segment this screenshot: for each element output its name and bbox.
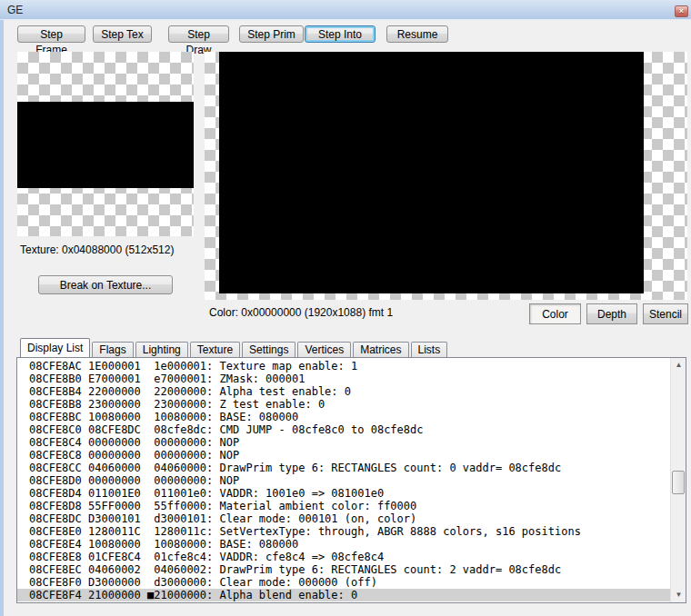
list-row[interactable]: 08CFE8D0 00000000 00000000: NOP — [17, 474, 670, 487]
list-row[interactable]: 08CFE8BC 10080000 10080000: BASE: 080000 — [17, 411, 670, 423]
color-view-button[interactable]: Color — [529, 303, 581, 324]
list-row[interactable]: 08CFE8C4 00000000 00000000: NOP — [17, 436, 670, 449]
list-row[interactable]: 08CFE8D8 55FF0000 55ff0000: Material amb… — [17, 500, 670, 512]
texture-image — [17, 102, 194, 188]
tab-display-list[interactable]: Display List — [20, 338, 90, 357]
framebuffer-image — [219, 52, 644, 293]
step-frame-button[interactable]: Step Frame — [17, 25, 85, 43]
list-row[interactable]: 08CFE8AC 1E000001 1e000001: Texture map … — [17, 360, 670, 373]
framebuffer-info-label: Color: 0x00000000 (1920x1088) fmt 1 — [209, 306, 393, 319]
close-button[interactable]: × — [675, 5, 688, 17]
framebuffer-preview[interactable] — [205, 52, 687, 300]
list-row[interactable]: 08CFE8CC 04060000 04060000: DrawPrim typ… — [17, 462, 670, 474]
list-row[interactable]: 08CFE8F4 21000000 ■21000000: Alpha blend… — [17, 589, 670, 601]
tab-lighting[interactable]: Lighting — [135, 342, 188, 357]
scroll-up-icon[interactable]: ▲ — [671, 358, 686, 373]
display-list-rows: 08CFE8AC 1E000001 1e000001: Texture map … — [17, 360, 670, 601]
tab-flags[interactable]: Flags — [92, 342, 133, 357]
step-into-button[interactable]: Step Into — [305, 25, 376, 43]
ge-debugger-window: GE × Step Frame Step Tex Step Draw Step … — [0, 0, 691, 616]
list-row[interactable]: 08CFE8F0 D3000000 d3000000: Clear mode: … — [17, 576, 670, 589]
vertical-scrollbar[interactable]: ▲ ▼ — [670, 358, 686, 602]
tab-strip: Display List Flags Lighting Texture Sett… — [20, 338, 449, 357]
display-list-box: 08CFE8AC 1E000001 1e000001: Texture map … — [16, 357, 686, 603]
list-row[interactable]: 08CFE8DC D3000101 d3000101: Clear mode: … — [17, 512, 670, 525]
tab-vertices[interactable]: Vertices — [297, 342, 351, 357]
list-row[interactable]: 08CFE8E4 10080000 10080000: BASE: 080000 — [17, 538, 670, 551]
list-row[interactable]: 08CFE8B4 22000000 22000000: Alpha test e… — [17, 385, 670, 398]
texture-info-label: Texture: 0x04088000 (512x512) — [20, 243, 174, 256]
titlebar: GE × — [0, 0, 691, 20]
tab-settings[interactable]: Settings — [242, 342, 295, 357]
step-tex-button[interactable]: Step Tex — [93, 25, 152, 43]
step-prim-button[interactable]: Step Prim — [239, 25, 304, 43]
break-on-texture-button[interactable]: Break on Texture... — [38, 275, 173, 294]
step-draw-button[interactable]: Step Draw — [168, 25, 229, 43]
depth-view-button[interactable]: Depth — [586, 303, 637, 324]
resume-button[interactable]: Resume — [386, 25, 448, 43]
stencil-view-button[interactable]: Stencil — [643, 303, 688, 324]
scrollbar-thumb[interactable] — [672, 471, 685, 494]
list-row[interactable]: 08CFE8C8 00000000 00000000: NOP — [17, 449, 670, 462]
tab-texture[interactable]: Texture — [190, 342, 240, 357]
list-row[interactable]: 08CFE8E8 01CFE8C4 01cfe8c4: VADDR: cfe8c… — [17, 551, 670, 563]
texture-preview[interactable] — [17, 52, 194, 236]
list-row[interactable]: 08CFE8B8 23000000 23000000: Z test enabl… — [17, 398, 670, 411]
window-title: GE — [7, 4, 23, 16]
list-row[interactable]: 08CFE8C0 08CFE8DC 08cfe8dc: CMD JUMP - 0… — [17, 423, 670, 436]
list-row[interactable]: 08CFE8EC 04060002 04060002: DrawPrim typ… — [17, 563, 670, 576]
scroll-down-icon[interactable]: ▼ — [671, 588, 686, 602]
list-row[interactable]: 08CFE8D4 011001E0 011001e0: VADDR: 1001e… — [17, 487, 670, 500]
list-row[interactable]: 08CFE8E0 1280011C 1280011c: SetVertexTyp… — [17, 525, 670, 538]
close-icon: × — [679, 6, 684, 15]
tab-lists[interactable]: Lists — [411, 342, 448, 357]
window-left-border — [0, 20, 4, 616]
list-row[interactable]: 08CFE8B0 E7000001 e7000001: ZMask: 00000… — [17, 373, 670, 385]
tab-matrices[interactable]: Matrices — [353, 342, 408, 357]
